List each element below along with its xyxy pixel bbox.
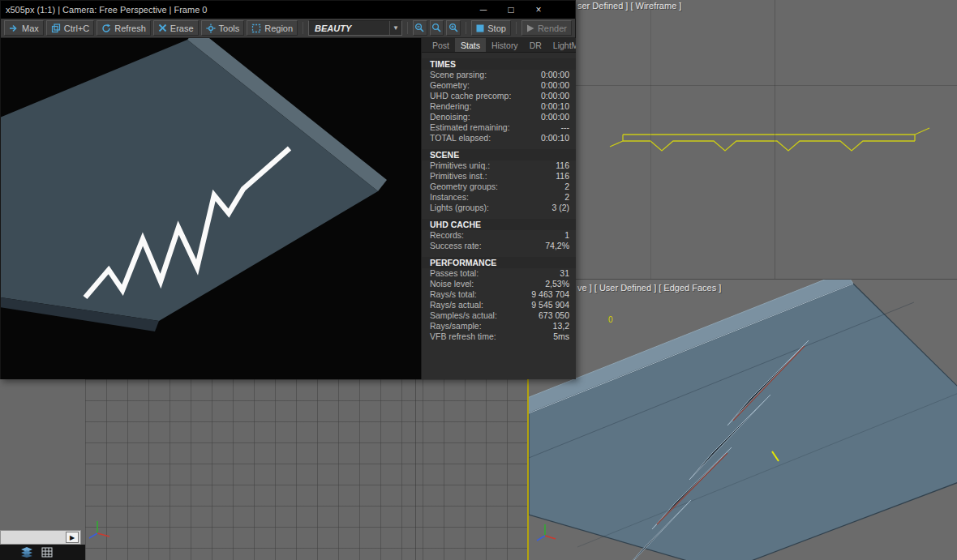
region-button[interactable]: Region: [247, 20, 298, 36]
button-label: Erase: [170, 24, 194, 33]
stat-value: 116: [556, 171, 569, 182]
stat-row: Noise level: 2,53%: [422, 279, 576, 289]
panel-expand-strip: ▶: [0, 530, 81, 545]
toolbar-separator: [516, 22, 517, 34]
tab-stats[interactable]: Stats: [455, 38, 486, 52]
stat-value: 1: [564, 230, 569, 241]
vfb-toolbar: Max Ctrl+C Refresh Erase: [1, 19, 575, 38]
zoom-out-icon: [414, 23, 425, 33]
render-result-image: [1, 38, 421, 379]
grid-major-line: [415, 379, 416, 560]
stat-label: Samples/s actual:: [430, 310, 497, 321]
zoom-in-button[interactable]: [446, 20, 461, 36]
stop-button[interactable]: Stop: [471, 20, 511, 36]
expand-arrow-icon: ▶: [70, 534, 75, 541]
stats-section-performance: PERFORMANCE Passes total: 31 Noise level…: [422, 257, 576, 342]
stat-row: VFB refresh time: 5ms: [422, 331, 576, 342]
button-label: Stop: [487, 24, 506, 33]
grid-line-vertical: [775, 0, 775, 279]
stat-value: 3 (2): [551, 203, 569, 213]
stat-value: 0:00:10: [541, 101, 569, 112]
render-button[interactable]: Render: [521, 20, 572, 36]
origin-coordinate-label: 0: [608, 315, 613, 324]
tools-button[interactable]: Tools: [201, 20, 245, 36]
axis-tripod-icon: [88, 519, 114, 541]
close-button[interactable]: ×: [525, 1, 552, 19]
status-corner-bar: [0, 545, 85, 560]
expand-arrow-button[interactable]: ▶: [66, 532, 79, 543]
zoom-reset-icon: [431, 23, 442, 33]
stat-row: Geometry: 0:00:00: [422, 80, 576, 91]
stat-label: Passes total:: [430, 268, 478, 279]
refresh-icon: [101, 24, 111, 33]
shaded-slab-object: [529, 280, 957, 560]
maximize-button[interactable]: □: [497, 1, 525, 19]
stats-section-scene: SCENE Primitives uniq.: 116 Primitives i…: [422, 149, 576, 213]
window-titlebar[interactable]: x505px (1:1) | Camera: Free Perspective …: [1, 1, 575, 19]
stats-tab-bar: Post Stats History DR LightMix: [422, 38, 576, 53]
stat-value: 9 463 704: [531, 289, 569, 300]
axis-tripod-icon: [537, 524, 556, 541]
viewport-label[interactable]: ser Defined ] [ Wireframe ]: [577, 1, 681, 11]
grid-snap-icon[interactable]: [41, 547, 53, 558]
stat-row: Lights (groups): 3 (2): [422, 203, 576, 213]
tab-post[interactable]: Post: [427, 38, 455, 52]
stat-row: Rays/s total: 9 463 704: [422, 289, 576, 300]
tab-history[interactable]: History: [486, 38, 524, 52]
stat-row: TOTAL elapsed: 0:00:10: [422, 133, 576, 143]
stat-row: Samples/s actual: 673 050: [422, 310, 576, 321]
region-icon: [251, 24, 261, 33]
grid-line-horizontal: [576, 85, 957, 86]
stat-value: 0:00:00: [541, 70, 569, 80]
stat-value: 0:00:00: [541, 80, 569, 91]
to-max-button[interactable]: Max: [4, 20, 44, 36]
stat-row: Geometry groups: 2: [422, 182, 576, 192]
stat-label: VFB refresh time:: [430, 331, 496, 342]
chevron-down-icon[interactable]: ▼: [389, 21, 401, 35]
copy-button[interactable]: Ctrl+C: [46, 20, 94, 36]
stat-label: Rendering:: [430, 101, 471, 112]
section-header: UHD CACHE: [422, 219, 576, 230]
stat-value: 2,53%: [545, 279, 569, 289]
refresh-button[interactable]: Refresh: [97, 20, 151, 36]
stat-value: 9 545 904: [531, 300, 569, 310]
stat-label: Geometry groups:: [430, 182, 498, 192]
erase-icon: [158, 24, 167, 32]
viewport-label[interactable]: ve ] [ User Defined ] [ Edged Faces ]: [577, 283, 721, 293]
button-label: Refresh: [114, 24, 146, 33]
zoom-in-icon: [448, 23, 459, 33]
section-header: PERFORMANCE: [422, 257, 576, 268]
tab-lightmix[interactable]: LightMix: [547, 38, 576, 52]
render-icon: [526, 24, 534, 32]
stat-label: Rays/s actual:: [430, 300, 483, 310]
window-title: x505px (1:1) | Camera: Free Perspective …: [1, 5, 470, 15]
stat-label: Denoising:: [430, 112, 470, 122]
stats-section-times: TIMES Scene parsing: 0:00:00 Geometry: 0…: [422, 58, 576, 143]
stat-row: Rendering: 0:00:10: [422, 101, 576, 112]
section-header: SCENE: [422, 149, 576, 160]
stats-section-uhd-cache: UHD CACHE Records: 1 Success rate: 74,2%: [422, 219, 576, 251]
zoom-out-button[interactable]: [413, 20, 427, 36]
stat-label: Noise level:: [430, 279, 474, 289]
stat-value: 5ms: [553, 331, 569, 342]
stat-value: 116: [556, 160, 569, 171]
viewport-top-wireframe[interactable]: ser Defined ] [ Wireframe ]: [576, 0, 957, 280]
vray-frame-buffer-window: x505px (1:1) | Camera: Free Perspective …: [0, 0, 576, 379]
tab-dr[interactable]: DR: [524, 38, 547, 52]
stat-label: Scene parsing:: [430, 70, 487, 80]
render-channel-select[interactable]: BEAUTY ▼: [308, 20, 402, 36]
stat-value: 0:00:00: [541, 91, 569, 101]
stat-value: 2: [564, 192, 569, 203]
erase-button[interactable]: Erase: [153, 20, 199, 36]
stat-label: Rays/sample:: [430, 321, 482, 331]
copy-icon: [51, 24, 61, 33]
minimize-button[interactable]: ─: [470, 1, 497, 19]
stat-row: UHD cache precomp: 0:00:00: [422, 91, 576, 101]
stat-value: 2: [564, 182, 569, 192]
layers-icon[interactable]: [21, 547, 33, 558]
stat-label: Estimated remaining:: [430, 122, 510, 133]
stat-value: 0:00:10: [541, 133, 569, 143]
stat-label: UHD cache precomp:: [430, 91, 511, 101]
viewport-perspective[interactable]: ve ] [ User Defined ] [ Edged Faces ] 0: [527, 280, 957, 560]
zoom-reset-button[interactable]: [430, 20, 444, 36]
